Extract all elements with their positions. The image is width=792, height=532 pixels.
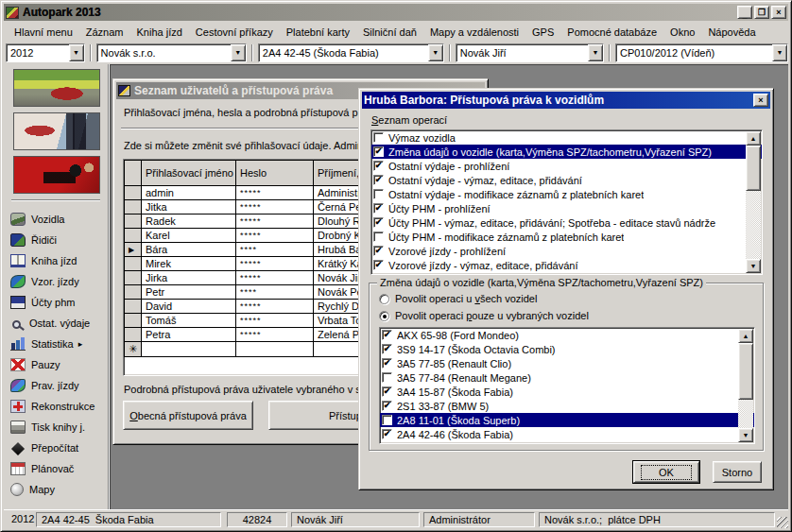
operation-item[interactable]: Účty PHM - modifikace záznamů z platební… <box>371 230 762 244</box>
sidebar-item-print[interactable]: Tisk knihy j. <box>4 417 108 438</box>
cell-login[interactable]: Petr <box>142 285 236 300</box>
checkbox-checked-icon[interactable]: ✔ <box>373 175 384 185</box>
menu-item-kniha-j-zd[interactable]: Kniha jízd <box>130 24 189 41</box>
vehicle-item[interactable]: ✔3S9 14-17 (Škoda Octavia Combi) <box>380 342 754 356</box>
menu-item-pomocn-datab-ze[interactable]: Pomocné databáze <box>560 24 663 41</box>
sidebar-item-statistics[interactable]: Statistika▸ <box>4 334 108 354</box>
sidebar-item-regular-trips[interactable]: Prav. jízdy <box>4 375 108 396</box>
new-record-marker[interactable]: ✳ <box>125 342 142 357</box>
scroll-down-icon[interactable]: ▼ <box>738 428 753 442</box>
vehicle-item[interactable]: ✔3A5 77-85 (Renault Clio) <box>380 356 754 370</box>
scroll-down-icon[interactable]: ▼ <box>746 259 761 273</box>
checkbox-checked-icon[interactable]: ✔ <box>373 146 384 157</box>
vehicle-item[interactable]: ✔2S1 33-87 (BMW 5) <box>380 399 754 413</box>
menu-item-mapy-a-vzd-lenosti[interactable]: Mapy a vzdálenosti <box>423 24 525 41</box>
row-selector[interactable] <box>125 215 142 229</box>
operation-item[interactable]: ✔Vzorové jízdy - výmaz, editace, přidává… <box>371 258 762 272</box>
scroll-up-icon[interactable]: ▲ <box>738 329 753 343</box>
cell-password[interactable]: ***** <box>236 229 314 243</box>
cell-login[interactable]: Karel <box>142 229 236 243</box>
cell-password[interactable]: ***** <box>236 314 314 328</box>
row-selector[interactable] <box>125 314 142 328</box>
menu-item-z-znam[interactable]: Záznam <box>79 24 130 41</box>
maximize-button[interactable]: ❐ <box>754 6 769 19</box>
checkbox-unchecked-icon[interactable] <box>382 415 392 425</box>
general-rights-button[interactable]: Obecná přístupová práva <box>123 401 253 430</box>
scroll-thumb[interactable] <box>738 343 753 400</box>
row-selector[interactable] <box>125 328 142 342</box>
dropdown-arrow-icon[interactable]: ▼ <box>772 44 787 61</box>
checkbox-checked-icon[interactable]: ✔ <box>373 161 384 171</box>
operation-item[interactable]: ✔Změna údajů o vozidle (karta,Výměna SPZ… <box>371 145 762 159</box>
sidebar-item-other-expenses[interactable]: Ostat. výdaje <box>4 313 108 334</box>
resize-grip-icon[interactable] <box>777 517 788 528</box>
company-combobox[interactable]: Novák s.r.o.▼ <box>96 43 247 62</box>
checkbox-unchecked-icon[interactable] <box>373 132 384 143</box>
sidebar-item-fuel-accounts[interactable]: Účty phm <box>4 292 108 313</box>
checkbox-unchecked-icon[interactable] <box>382 372 392 383</box>
current-row-marker[interactable]: ▶ <box>125 243 142 257</box>
cell-password[interactable]: ***** <box>236 200 314 215</box>
row-selector[interactable] <box>125 300 142 314</box>
row-selector[interactable] <box>125 229 142 243</box>
vehicle-combobox[interactable]: 2A4 42-45 (Škoda Fabia)▼ <box>258 43 444 62</box>
menu-item-hlavn-menu[interactable]: Hlavní menu <box>8 24 79 41</box>
sidebar-item-vehicles[interactable]: Vozidla <box>4 209 108 230</box>
menu-item-okno[interactable]: Okno <box>663 24 701 41</box>
checkbox-checked-icon[interactable]: ✔ <box>373 217 384 228</box>
checkbox-unchecked-icon[interactable] <box>373 189 384 199</box>
cell-login[interactable]: Radek <box>142 215 236 229</box>
dialog-close-button[interactable]: × <box>753 94 768 107</box>
dropdown-arrow-icon[interactable]: ▼ <box>231 44 246 61</box>
operation-item[interactable]: Výmaz vozidla <box>371 130 762 145</box>
sidebar-item-reconstruction[interactable]: Rekonstrukce <box>4 396 108 417</box>
cell-password[interactable]: ***** <box>236 186 314 200</box>
cell-password[interactable]: ***** <box>236 257 314 271</box>
radio-selected-vehicles[interactable]: Povolit operaci pouze u vybraných vozide… <box>379 310 589 321</box>
checkbox-checked-icon[interactable]: ✔ <box>382 401 392 411</box>
operation-item[interactable]: ✔Ostatní výdaje - prohlížení <box>371 159 762 173</box>
dropdown-arrow-icon[interactable]: ▼ <box>69 44 84 61</box>
sidebar-item-sample-trips[interactable]: Vzor. jízdy <box>4 271 108 292</box>
cell-password[interactable]: ***** <box>236 328 314 342</box>
empty-cell[interactable] <box>142 342 236 357</box>
sidebar-item-maps[interactable]: Mapy <box>4 479 108 500</box>
checkbox-checked-icon[interactable]: ✔ <box>382 358 392 369</box>
operation-item[interactable]: ✔Ostatní výdaje - výmaz, editace, přidáv… <box>371 173 762 187</box>
checkbox-checked-icon[interactable]: ✔ <box>382 429 392 439</box>
sidebar-item-breaks[interactable]: Pauzy <box>4 354 108 375</box>
cell-login[interactable]: Bára <box>142 243 236 257</box>
close-button[interactable]: × <box>771 6 786 19</box>
cell-login[interactable]: Jirka <box>142 271 236 285</box>
menu-item-cestovn-p-kazy[interactable]: Cestovní příkazy <box>189 24 280 41</box>
menu-item-platebn-karty[interactable]: Platební karty <box>280 24 356 41</box>
vehicle-item[interactable]: ✔AKX 65-98 (Ford Mondeo) <box>380 328 754 342</box>
cell-login[interactable]: Petra <box>142 328 236 342</box>
radio-button[interactable] <box>379 311 389 321</box>
minimize-button[interactable]: _ <box>737 6 752 19</box>
dropdown-arrow-icon[interactable]: ▼ <box>428 44 443 61</box>
sidebar-item-planner[interactable]: Plánovač <box>4 458 108 479</box>
driver-combobox[interactable]: Novák Jiří▼ <box>456 43 604 62</box>
cell-login[interactable]: Mirek <box>142 257 236 271</box>
cell-password[interactable]: ***** <box>236 300 314 314</box>
operation-item[interactable]: ✔Účty PHM - výmaz, editace, přidávání; S… <box>371 215 762 230</box>
menu-item-n-pov-da[interactable]: Nápověda <box>701 24 762 41</box>
cell-password[interactable]: **** <box>236 243 314 257</box>
menu-item-silni-n-da-[interactable]: Silniční daň <box>356 24 423 41</box>
radio-button[interactable] <box>379 294 389 304</box>
column-header-login[interactable]: Přihlašovací jméno <box>142 161 236 186</box>
operations-scrollbar[interactable]: ▲ ▼ <box>746 131 761 273</box>
menu-item-gps[interactable]: GPS <box>525 24 560 41</box>
cell-login[interactable]: admin <box>142 186 236 200</box>
column-header-password[interactable]: Heslo <box>236 161 314 186</box>
row-selector[interactable] <box>125 271 142 285</box>
sidebar-item-logbook[interactable]: Kniha jízd <box>4 250 108 271</box>
sidebar-item-drivers[interactable]: Řidiči <box>4 230 108 250</box>
checkbox-checked-icon[interactable]: ✔ <box>373 246 384 256</box>
vehicle-item[interactable]: 3A5 77-84 (Renault Megane) <box>380 370 754 385</box>
sidebar-item-recalculate[interactable]: Přepočítat <box>4 438 108 458</box>
checkbox-checked-icon[interactable]: ✔ <box>373 260 384 270</box>
row-selector[interactable] <box>125 257 142 271</box>
ok-button[interactable]: OK <box>633 461 699 483</box>
